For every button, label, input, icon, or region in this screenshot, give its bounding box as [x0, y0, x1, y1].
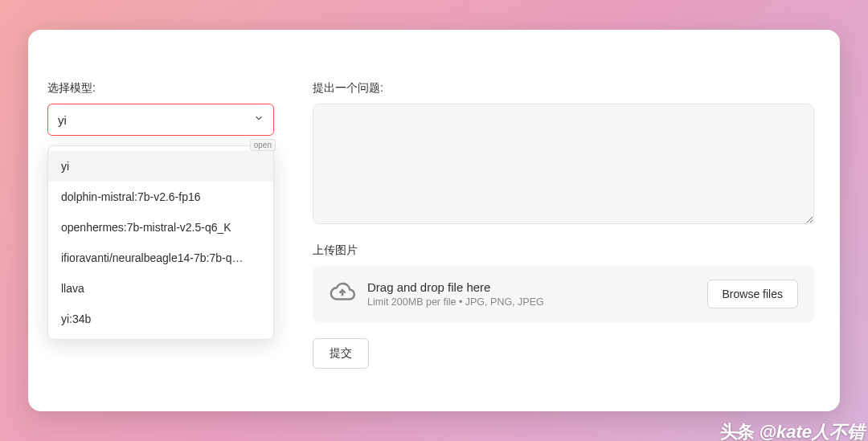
app-card: 选择模型: open yi dolphin-mistral:7b-v2.6-fp… — [28, 30, 840, 411]
right-panel: 提出一个问题: 上传图片 Drag and drop file here Lim… — [293, 30, 840, 411]
upload-dropzone[interactable]: Drag and drop file here Limit 200MB per … — [313, 266, 814, 322]
model-option[interactable]: openhermes:7b-mistral-v2.5-q6_K — [48, 212, 273, 243]
model-option[interactable]: yi:34b — [48, 304, 273, 334]
model-option[interactable]: yi — [48, 151, 273, 182]
watermark-brand: 头条 — [720, 420, 755, 441]
open-badge: open — [250, 139, 276, 151]
upload-title: Drag and drop file here — [367, 280, 696, 294]
browse-files-button[interactable]: Browse files — [707, 280, 798, 308]
question-textarea[interactable] — [313, 104, 814, 224]
submit-button[interactable]: 提交 — [313, 338, 369, 369]
left-panel: 选择模型: open yi dolphin-mistral:7b-v2.6-fp… — [28, 30, 293, 411]
upload-label: 上传图片 — [313, 243, 814, 258]
upload-hint: Limit 200MB per file • JPG, PNG, JPEG — [367, 296, 696, 308]
select-model-label: 选择模型: — [47, 81, 274, 96]
watermark: 头条 @kate人不错 — [720, 420, 865, 441]
upload-text: Drag and drop file here Limit 200MB per … — [367, 280, 696, 308]
model-option[interactable]: llava — [48, 273, 273, 304]
model-option[interactable]: dolphin-mistral:7b-v2.6-fp16 — [48, 182, 273, 212]
upload-section: 上传图片 Drag and drop file here Limit 200MB… — [313, 243, 814, 322]
question-section: 提出一个问题: — [313, 81, 814, 227]
question-label: 提出一个问题: — [313, 81, 814, 96]
model-option[interactable]: ifioravanti/neuralbeagle14-7b:7b-q… — [48, 243, 273, 273]
cloud-upload-icon — [329, 279, 356, 309]
model-select-input[interactable] — [47, 104, 274, 136]
model-select-wrapper: open yi dolphin-mistral:7b-v2.6-fp16 ope… — [47, 104, 274, 136]
model-dropdown: yi dolphin-mistral:7b-v2.6-fp16 openherm… — [47, 145, 274, 340]
watermark-handle: @kate人不错 — [760, 420, 865, 441]
